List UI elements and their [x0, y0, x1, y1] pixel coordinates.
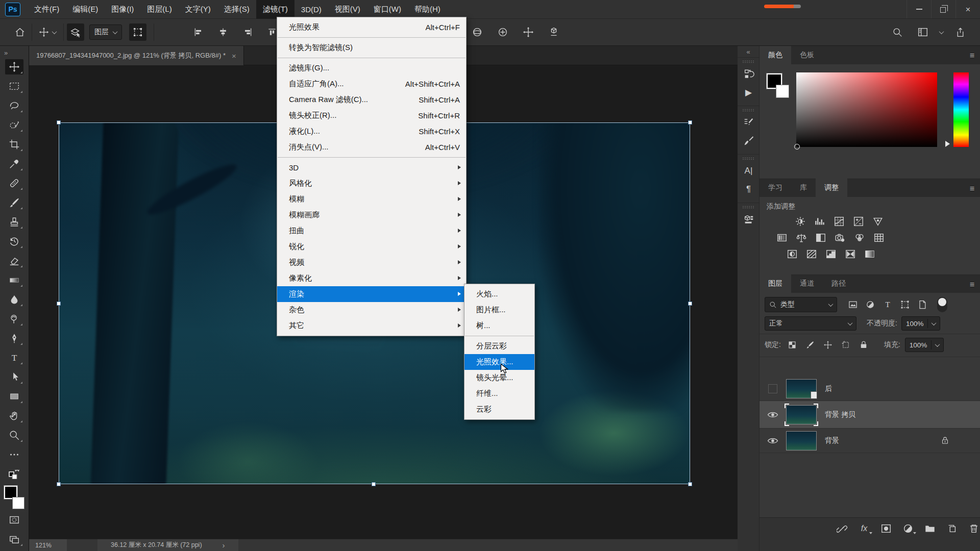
submenu-item-lighting-effects[interactable]: 光照效果... [464, 354, 534, 370]
home-icon[interactable] [11, 23, 29, 41]
minimize-button[interactable] [906, 0, 931, 18]
menu-window[interactable]: 窗口(W) [367, 0, 408, 19]
menu-item-lens-correction[interactable]: 镜头校正(R)...Shift+Ctrl+R [277, 108, 466, 123]
color-picker-circle[interactable] [794, 144, 800, 149]
menu-item-noise[interactable]: 杂色 [277, 302, 466, 318]
submenu-item-tree[interactable]: 树... [464, 318, 534, 334]
menu-item-filter-gallery[interactable]: 滤镜库(G)... [277, 60, 466, 76]
filter-type-layer-icon[interactable]: T [881, 298, 894, 311]
lock-pixels-icon[interactable] [803, 338, 817, 352]
edit-toolbar-icon[interactable] [5, 447, 23, 462]
menu-item-video[interactable]: 视频 [277, 255, 466, 270]
new-adjustment-layer-icon[interactable] [902, 522, 914, 535]
black-white-icon[interactable] [814, 232, 827, 244]
menu-help[interactable]: 帮助(H) [408, 0, 447, 19]
menu-layer[interactable]: 图层(L) [140, 0, 178, 19]
hidden-eye-checkbox[interactable] [768, 384, 777, 393]
dock-collapse-chevron[interactable]: « [738, 46, 759, 57]
swap-colors-icon[interactable] [5, 466, 23, 480]
3d-orbit-icon[interactable] [469, 23, 486, 41]
menu-item-3d[interactable]: 3D [277, 160, 466, 176]
dodge-tool[interactable] [5, 311, 23, 327]
crop-tool[interactable] [5, 137, 23, 152]
menu-item-sharpen[interactable]: 锐化 [277, 239, 466, 255]
menu-item-liquify[interactable]: 液化(L)...Shift+Ctrl+X [277, 123, 466, 139]
new-group-icon[interactable] [924, 522, 936, 535]
type-tool[interactable]: T [5, 350, 23, 365]
layer-filter-toggle[interactable] [937, 297, 947, 312]
layer-styles-fx-icon[interactable]: fx [858, 522, 870, 535]
layer-name[interactable]: 背景 拷贝 [825, 410, 855, 419]
opacity-dropdown[interactable]: 100% [901, 316, 941, 331]
link-layers-icon[interactable] [836, 522, 848, 535]
paragraph-panel-icon[interactable]: ¶ [738, 180, 760, 198]
layer-thumbnail[interactable] [786, 405, 817, 424]
filter-adjustment-layer-icon[interactable] [864, 298, 877, 311]
eyedropper-tool[interactable] [5, 156, 23, 171]
filter-pixel-layer-icon[interactable] [846, 298, 860, 311]
tab-swatches[interactable]: 色板 [791, 46, 823, 64]
transform-handle-bottom-right[interactable] [688, 482, 692, 486]
dock-grip[interactable] [742, 109, 754, 111]
status-chevron-icon[interactable]: › [223, 541, 225, 549]
exposure-icon[interactable] [851, 215, 865, 228]
submenu-item-picture-frame[interactable]: 图片框... [464, 302, 534, 318]
submenu-item-flame[interactable]: 火焰... [464, 286, 534, 302]
tab-layers[interactable]: 图层 [760, 274, 791, 293]
hue-saturation-icon[interactable] [775, 232, 789, 244]
history-panel-icon[interactable] [738, 65, 760, 83]
layer-thumbnail[interactable] [786, 379, 817, 398]
visibility-toggle[interactable] [760, 384, 786, 393]
align-right-icon[interactable] [239, 23, 256, 41]
transform-controls-icon[interactable] [129, 23, 146, 41]
screen-mode-icon[interactable] [5, 532, 23, 547]
hue-strip[interactable] [953, 72, 969, 147]
tab-paths[interactable]: 路径 [823, 274, 854, 293]
history-brush-tool[interactable] [5, 234, 23, 249]
channel-mixer-icon[interactable] [852, 232, 866, 244]
blend-mode-dropdown[interactable]: 正常 [765, 316, 856, 331]
layer-row-background[interactable]: 背景 [760, 429, 980, 453]
transform-handle-middle-left[interactable] [57, 302, 61, 306]
menu-view[interactable]: 视图(V) [328, 0, 367, 19]
transform-handle-top-right[interactable] [688, 120, 692, 124]
tab-libraries[interactable]: 库 [791, 179, 816, 197]
restore-button[interactable] [931, 0, 955, 18]
transform-handle-middle-right[interactable] [688, 302, 692, 306]
menu-select[interactable]: 选择(S) [217, 0, 256, 19]
character-panel-icon[interactable]: A| [738, 162, 760, 180]
posterize-icon[interactable] [804, 248, 818, 260]
panel-menu-icon[interactable]: ≡ [970, 184, 974, 193]
rectangle-tool[interactable] [5, 389, 23, 404]
tab-adjustments[interactable]: 调整 [816, 179, 847, 197]
layer-row-hou[interactable]: 后 [760, 377, 980, 401]
gradient-tool[interactable] [5, 272, 23, 288]
saturation-brightness-field[interactable] [796, 72, 937, 147]
workspace-chevron-icon[interactable] [939, 29, 944, 34]
panel-menu-icon[interactable]: ≡ [970, 51, 974, 60]
zoom-tool[interactable] [5, 428, 23, 443]
3d-pan-icon[interactable] [494, 23, 511, 41]
filter-shape-layer-icon[interactable] [898, 298, 912, 311]
brightness-contrast-icon[interactable] [793, 215, 807, 228]
add-layer-mask-icon[interactable] [880, 522, 892, 535]
submenu-item-difference-clouds[interactable]: 分层云彩 [464, 338, 534, 354]
menu-3d[interactable]: 3D(D) [295, 0, 328, 19]
vibrance-icon[interactable] [871, 215, 885, 228]
hue-slider-arrow-icon[interactable] [945, 141, 950, 147]
object-selection-tool[interactable] [5, 117, 23, 133]
clone-stamp-tool[interactable] [5, 214, 23, 230]
quick-mask-icon[interactable] [5, 512, 23, 528]
selective-color-icon[interactable] [843, 248, 857, 260]
gradient-map-icon[interactable] [863, 248, 876, 260]
layer-row-background-copy[interactable]: 背景 拷贝 [760, 401, 980, 429]
3d-panel-icon[interactable] [738, 210, 760, 229]
menu-filter[interactable]: 滤镜(T) [256, 0, 295, 19]
filter-smart-object-icon[interactable] [916, 298, 929, 311]
lock-transparency-icon[interactable] [786, 338, 799, 352]
lock-artboard-icon[interactable] [839, 338, 852, 352]
document-close-icon[interactable]: × [232, 52, 236, 60]
menu-image[interactable]: 图像(I) [105, 0, 140, 19]
menu-item-lighting-effects-repeat[interactable]: 光照效果Alt+Ctrl+F [277, 19, 466, 35]
visibility-toggle[interactable] [760, 437, 786, 445]
